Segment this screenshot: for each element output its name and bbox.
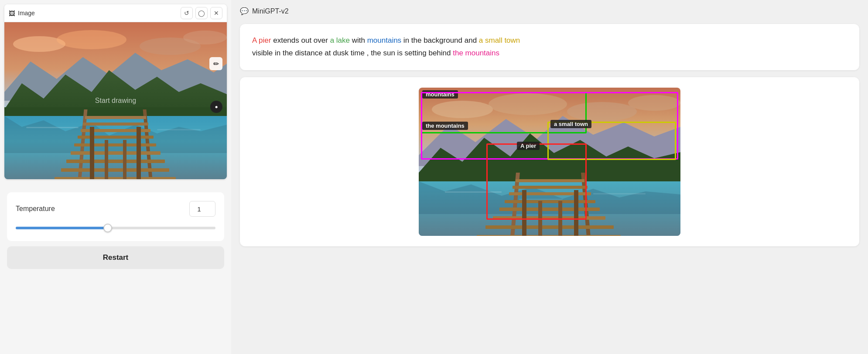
text-extends: extends out over (271, 36, 330, 44)
svg-rect-24 (90, 127, 94, 179)
window-title-text: Image (18, 10, 35, 17)
pencil-tool-button[interactable]: ✏ (209, 57, 222, 70)
panel-header: 💬 MiniGPT-v2 (240, 7, 859, 17)
svg-rect-20 (71, 151, 161, 155)
slider-track (16, 227, 215, 229)
temperature-section: Temperature (7, 192, 224, 241)
svg-rect-18 (78, 136, 154, 139)
panel-title: MiniGPT-v2 (252, 7, 289, 15)
svg-point-4 (183, 31, 227, 44)
image-window: 🖼 Image ↺ ◯ ✕ (4, 4, 227, 179)
temperature-label: Temperature (16, 205, 55, 213)
slider-fill (16, 227, 108, 229)
svg-rect-23 (55, 177, 176, 179)
chat-icon: 💬 (240, 7, 249, 15)
svg-rect-19 (74, 143, 156, 146)
text-visible: visible in the distance at dusk time , t… (252, 49, 453, 57)
close-button[interactable]: ✕ (210, 7, 222, 19)
erase-button[interactable]: ◯ (195, 7, 208, 19)
anno-pier-box (486, 143, 587, 220)
svg-rect-27 (123, 140, 126, 179)
svg-rect-49 (485, 225, 614, 229)
svg-rect-50 (477, 235, 621, 236)
svg-point-2 (57, 30, 126, 49)
text-mountains: mountains (367, 36, 401, 44)
restart-button[interactable]: Restart (7, 246, 224, 269)
anno-small-town-label: a small town (550, 120, 591, 128)
anno-pier-label: A pier (517, 142, 540, 150)
svg-rect-21 (66, 160, 165, 163)
undo-button[interactable]: ↺ (181, 7, 193, 19)
slider-thumb[interactable] (103, 224, 112, 232)
controls-section: Temperature Restart (0, 184, 231, 278)
annotated-image-card: mountains the mountains a small town A p… (240, 77, 859, 246)
slider-container[interactable] (16, 224, 215, 232)
landscape-image (4, 22, 227, 179)
window-title: 🖼 Image (9, 10, 35, 17)
svg-rect-25 (137, 127, 141, 179)
svg-rect-12 (157, 129, 201, 130)
text-mountains-pink: the mountains (453, 49, 499, 57)
text-pier: A pier (252, 36, 271, 44)
image-container[interactable]: Start drawing ● ✏ (4, 22, 227, 179)
svg-rect-26 (105, 140, 108, 179)
annotated-image-wrapper: mountains the mountains a small town A p… (419, 88, 680, 236)
titlebar-controls: ↺ ◯ ✕ (181, 7, 222, 19)
description-card: A pier extends out over a lake with moun… (240, 24, 859, 70)
left-panel: 🖼 Image ↺ ◯ ✕ (0, 0, 231, 354)
right-panel: 💬 MiniGPT-v2 A pier extends out over a l… (231, 0, 868, 354)
svg-rect-22 (61, 168, 169, 172)
text-background: in the background and (401, 36, 479, 44)
temperature-header: Temperature (16, 201, 215, 217)
svg-rect-40 (593, 193, 646, 194)
text-lake: a lake (330, 36, 350, 44)
text-with: with (350, 36, 367, 44)
drawing-cursor: ● (210, 101, 222, 113)
text-small-town: a small town (479, 36, 520, 44)
window-titlebar: 🖼 Image ↺ ◯ ✕ (4, 4, 227, 22)
anno-the-mountains-label: the mountains (422, 122, 468, 130)
svg-rect-10 (26, 127, 79, 128)
temperature-input[interactable] (189, 201, 215, 217)
svg-rect-16 (83, 123, 148, 126)
image-icon: 🖼 (9, 10, 15, 17)
svg-rect-15 (85, 116, 146, 119)
